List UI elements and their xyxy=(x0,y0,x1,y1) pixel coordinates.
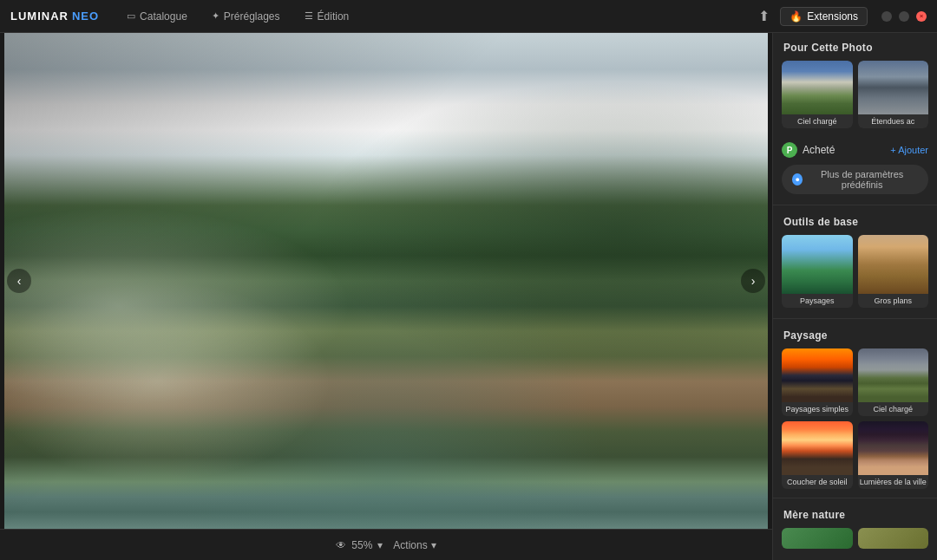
divider-1 xyxy=(773,205,937,205)
gros-plans-tool-thumb[interactable]: Gros plans xyxy=(858,235,929,308)
main-content: ‹ › 👁 55% ▾ Actions ▾ Pour Cette Photo C… xyxy=(0,33,937,560)
achete-section: P Acheté + Ajouter xyxy=(773,137,937,165)
tab-presets[interactable]: ✦ Préréglages xyxy=(201,7,291,26)
eye-icon: 👁 xyxy=(336,539,346,551)
section-pour-cette-photo: Pour Cette Photo xyxy=(773,33,937,61)
more-presets-button[interactable]: ● Plus de paramètres prédéfinis xyxy=(782,165,928,194)
paysages-simples-label: Paysages simples xyxy=(782,402,853,416)
edition-icon: ☰ xyxy=(305,10,313,22)
share-button[interactable]: ⬆ xyxy=(755,4,773,28)
paysages-tool-image xyxy=(782,235,853,294)
actions-button[interactable]: Actions ▾ xyxy=(393,539,436,551)
paysages-simples-thumb[interactable]: Paysages simples xyxy=(782,348,853,416)
etendues-preset-image xyxy=(858,61,929,114)
catalogue-icon: ▭ xyxy=(127,10,135,22)
coucher-soleil-image xyxy=(782,421,853,475)
extensions-label: Extensions xyxy=(807,10,858,23)
paysage-row-2: Coucher de soleil Lumières de la ville xyxy=(782,421,928,489)
divider-3 xyxy=(773,498,937,498)
coucher-soleil-thumb[interactable]: Coucher de soleil xyxy=(782,421,853,489)
section-paysage: Paysage xyxy=(773,321,937,348)
ciel-charge-image xyxy=(858,348,929,402)
paysages-tool-label: Paysages xyxy=(782,294,853,308)
paysages-tool-thumb[interactable]: Paysages xyxy=(782,235,853,308)
titlebar-right: ⬆ 🔥 Extensions − □ × xyxy=(755,4,927,28)
logo-luminar-text: LUMINAR xyxy=(10,10,69,23)
gros-plans-tool-image xyxy=(858,235,929,294)
achete-icon: P xyxy=(782,142,797,158)
tools-grid: Paysages Gros plans xyxy=(773,235,937,316)
window-controls: − □ × xyxy=(881,11,927,22)
section-outils-de-base: Outils de base xyxy=(773,207,937,235)
next-photo-button[interactable]: › xyxy=(741,269,765,293)
tab-edition-label: Édition xyxy=(318,10,350,23)
lumieres-ville-label: Lumières de la ville xyxy=(858,475,929,489)
photo-canvas: ‹ › xyxy=(0,33,772,529)
zoom-level: 55% xyxy=(351,539,372,551)
sky-preset-image xyxy=(782,61,853,114)
tab-catalogue-label: Catalogue xyxy=(140,10,187,23)
titlebar-left: LUMINAR NEO ▭ Catalogue ✦ Préréglages ☰ … xyxy=(10,7,359,26)
right-panel: Pour Cette Photo Ciel chargé Étendues ac… xyxy=(772,33,937,560)
app-logo: LUMINAR NEO xyxy=(10,10,99,23)
lumieres-ville-thumb[interactable]: Lumières de la ville xyxy=(858,421,929,489)
paysage-row-1: Paysages simples Ciel chargé xyxy=(782,348,928,416)
more-presets-icon: ● xyxy=(792,173,803,186)
sky-preset-thumb[interactable]: Ciel chargé xyxy=(782,61,853,128)
prev-photo-button[interactable]: ‹ xyxy=(7,269,31,293)
maximize-button[interactable]: □ xyxy=(899,11,909,22)
tab-presets-label: Préréglages xyxy=(224,10,280,23)
paysages-simples-image xyxy=(782,348,853,402)
lumieres-ville-image xyxy=(858,421,929,475)
paysage-grid: Paysages simples Ciel chargé Coucher de … xyxy=(773,348,937,496)
coucher-soleil-label: Coucher de soleil xyxy=(782,475,853,489)
ciel-charge-label: Ciel chargé xyxy=(858,402,929,416)
etendues-preset-thumb[interactable]: Étendues ac xyxy=(858,61,929,128)
minimize-button[interactable]: − xyxy=(881,11,892,22)
divider-2 xyxy=(773,318,937,319)
close-button[interactable]: × xyxy=(916,11,927,22)
mere-nature-row xyxy=(773,528,937,556)
nav-tabs: ▭ Catalogue ✦ Préréglages ☰ Édition xyxy=(116,7,359,26)
sky-preset-label: Ciel chargé xyxy=(782,114,853,128)
bottom-bar: 👁 55% ▾ Actions ▾ xyxy=(0,529,772,560)
extensions-button[interactable]: 🔥 Extensions xyxy=(780,7,868,26)
nature-thumb-1[interactable] xyxy=(782,528,853,549)
section-mere-nature: Mère nature xyxy=(773,500,937,528)
editor-area: ‹ › 👁 55% ▾ Actions ▾ xyxy=(0,33,772,560)
tab-catalogue[interactable]: ▭ Catalogue xyxy=(116,7,198,26)
nature-thumb-2[interactable] xyxy=(858,528,929,549)
more-presets-label: Plus de paramètres prédéfinis xyxy=(806,169,918,190)
logo-neo-text: NEO xyxy=(72,10,99,23)
presets-icon: ✦ xyxy=(212,10,220,22)
actions-arrow: ▾ xyxy=(431,539,436,551)
gros-plans-tool-label: Gros plans xyxy=(858,294,929,308)
achete-left: P Acheté xyxy=(782,142,835,158)
ajouter-button[interactable]: + Ajouter xyxy=(890,145,928,155)
ciel-charge-thumb[interactable]: Ciel chargé xyxy=(858,348,929,416)
actions-label: Actions xyxy=(393,539,427,551)
titlebar: LUMINAR NEO ▭ Catalogue ✦ Préréglages ☰ … xyxy=(0,0,937,33)
tab-edition[interactable]: ☰ Édition xyxy=(294,7,360,26)
etendues-preset-label: Étendues ac xyxy=(858,114,929,128)
extensions-icon: 🔥 xyxy=(790,10,803,23)
achete-label: Acheté xyxy=(803,144,835,156)
photo-image xyxy=(4,33,768,529)
pour-cette-photo-presets: Ciel chargé Étendues ac xyxy=(773,61,937,137)
zoom-info: 👁 55% ▾ xyxy=(336,539,383,551)
share-icon: ⬆ xyxy=(758,9,770,23)
zoom-arrow: ▾ xyxy=(377,539,383,551)
